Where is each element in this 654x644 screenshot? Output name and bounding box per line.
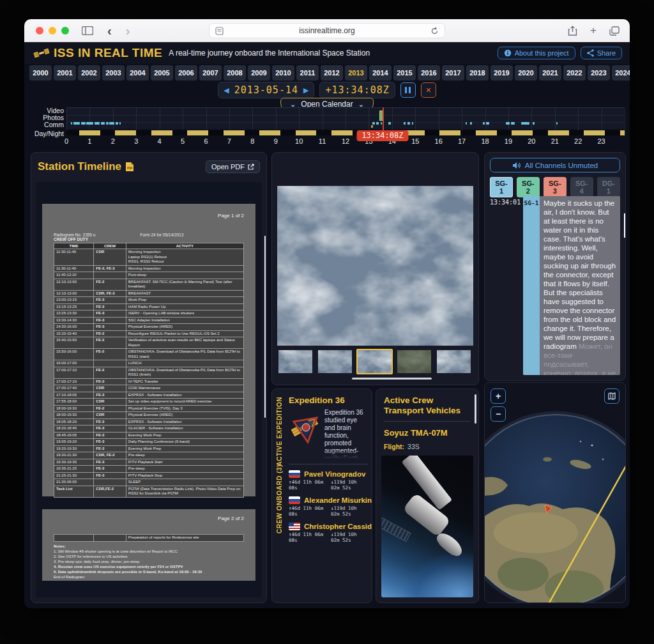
year-tab-2006[interactable]: 2006 bbox=[175, 65, 197, 80]
share-page-icon[interactable] bbox=[568, 26, 577, 36]
comm-mark bbox=[73, 122, 80, 125]
channel-chip-sg-4[interactable]: SG-4 bbox=[570, 177, 593, 197]
current-date: 2013-05-14 bbox=[234, 84, 298, 96]
photo-thumbnail-4[interactable] bbox=[396, 349, 432, 374]
channel-chip-dg-1[interactable]: DG-1 bbox=[597, 177, 620, 197]
year-tab-2008[interactable]: 2008 bbox=[224, 65, 246, 80]
comm-mark bbox=[376, 122, 379, 125]
soyuz-photo[interactable] bbox=[381, 456, 473, 597]
globe-panel[interactable]: + − bbox=[484, 382, 626, 603]
channel-chip-sg-2[interactable]: SG-2 bbox=[517, 177, 540, 197]
back-button[interactable]: ‹ bbox=[107, 24, 112, 37]
transcript-channel-bar: SG-1 bbox=[523, 196, 540, 375]
table-row: 19:20-19:30FE-3Evening Work Prep bbox=[54, 445, 244, 452]
year-tab-2010[interactable]: 2010 bbox=[272, 65, 294, 80]
table-row: 11:30-11:40FE-2, FE-3Morning Inspection bbox=[54, 265, 244, 272]
new-tab-icon[interactable]: + bbox=[590, 24, 597, 37]
year-tab-2001[interactable]: 2001 bbox=[54, 65, 76, 80]
crew-name: Pavel Vinogradov bbox=[304, 470, 365, 478]
table-row: 21:25-21:30FE-3P/TV Playback Stop bbox=[54, 472, 244, 479]
crew-list: Pavel Vinogradov↑46d 11h 06m 08s↓119d 10… bbox=[289, 470, 368, 543]
year-tab-2002[interactable]: 2002 bbox=[78, 65, 100, 80]
close-window-button[interactable] bbox=[36, 27, 43, 34]
year-tab-2021[interactable]: 2021 bbox=[539, 65, 561, 80]
forward-button[interactable]: › bbox=[126, 24, 130, 37]
about-button[interactable]: About this project bbox=[498, 47, 575, 59]
pause-button[interactable] bbox=[400, 82, 416, 98]
year-tab-2024[interactable]: 2024 bbox=[612, 65, 630, 80]
zoom-window-button[interactable] bbox=[61, 27, 69, 34]
mute-all-button[interactable]: All Channels Unmuted bbox=[490, 158, 620, 172]
hour-label-19: 19 bbox=[505, 137, 512, 145]
reader-icon[interactable] bbox=[215, 27, 224, 35]
day-segment bbox=[620, 130, 625, 135]
earth-globe[interactable] bbox=[485, 383, 626, 603]
timeline-track-labels: VideoPhotosCommDay/Night bbox=[32, 107, 64, 137]
open-pdf-button[interactable]: Open PDF bbox=[206, 160, 260, 173]
year-tab-2012[interactable]: 2012 bbox=[321, 65, 343, 80]
vehicles-scrollbar[interactable] bbox=[475, 394, 476, 424]
pdf-viewer[interactable]: Page 1 of 2 Radiogram No. 2355 u Form 24… bbox=[36, 182, 262, 597]
year-tab-2005[interactable]: 2005 bbox=[151, 65, 173, 80]
year-tab-2018[interactable]: 2018 bbox=[466, 65, 489, 80]
photo-thumbnails bbox=[277, 349, 472, 374]
minimize-window-button[interactable] bbox=[49, 27, 56, 34]
year-tab-2023[interactable]: 2023 bbox=[588, 65, 610, 80]
table-row: 13:25-13:30FE-3iSERV - Opening LAB windo… bbox=[54, 310, 244, 318]
crew-member[interactable]: Pavel Vinogradov↑46d 11h 06m 08s↓119d 10… bbox=[289, 470, 368, 491]
globe-zoom-out-button[interactable]: − bbox=[490, 406, 506, 422]
earth-photo[interactable] bbox=[277, 186, 473, 346]
globe-view-toggle-button[interactable] bbox=[604, 388, 620, 404]
site-tagline: A real-time journey onboard the Internat… bbox=[169, 49, 370, 57]
photo-thumbnail-5[interactable] bbox=[436, 349, 472, 374]
column-header-time: TIME bbox=[54, 243, 94, 249]
up-arrow-icon: ↑ bbox=[289, 505, 292, 511]
close-playback-button[interactable]: ✕ bbox=[421, 82, 436, 98]
photo-thumbnail-2[interactable] bbox=[317, 349, 353, 374]
globe-zoom-in-button[interactable]: + bbox=[490, 388, 506, 404]
hour-label-3: 3 bbox=[134, 137, 138, 145]
left-panel-scrollbar[interactable] bbox=[264, 236, 266, 418]
photo-thumbnail-3[interactable] bbox=[356, 349, 393, 374]
transcript-area[interactable]: 13:34:01 SG-1 Maybe it sucks up the air,… bbox=[490, 196, 620, 375]
year-tab-2007[interactable]: 2007 bbox=[199, 65, 222, 80]
tab-overview-icon[interactable] bbox=[609, 26, 620, 36]
channel-chip-sg-1[interactable]: SG-1 bbox=[490, 177, 513, 197]
year-tab-2017[interactable]: 2017 bbox=[442, 65, 464, 80]
flight-value: 33S bbox=[407, 443, 420, 450]
column-header-activity: ACTIVITY bbox=[126, 243, 243, 249]
year-tab-2011[interactable]: 2011 bbox=[296, 65, 319, 80]
comm-mark bbox=[486, 122, 489, 125]
table-row: 19:05-19:20FE-3Daily Planning Conference… bbox=[54, 439, 244, 446]
timeline-track[interactable]: 13:34:08Z 012345678910111213141516171819… bbox=[66, 107, 625, 148]
reload-icon[interactable] bbox=[430, 27, 439, 35]
thumbnail-scrollbar[interactable] bbox=[352, 378, 432, 379]
flag-ru-icon bbox=[289, 496, 300, 504]
year-tab-2000[interactable]: 2000 bbox=[29, 65, 52, 80]
transcript-scrollbar[interactable] bbox=[624, 213, 625, 238]
comm-mark bbox=[109, 122, 114, 125]
year-tab-2004[interactable]: 2004 bbox=[126, 65, 149, 80]
address-bar[interactable]: issinrealtime.org bbox=[209, 23, 445, 38]
column-header-crew: CREW bbox=[94, 243, 126, 249]
year-tab-2014[interactable]: 2014 bbox=[369, 65, 392, 80]
year-tab-2019[interactable]: 2019 bbox=[490, 65, 513, 80]
year-tab-2016[interactable]: 2016 bbox=[418, 65, 440, 80]
year-tab-2013[interactable]: 2013 bbox=[345, 65, 367, 80]
channel-chip-sg-3[interactable]: SG-3 bbox=[544, 177, 567, 197]
photo-thumbnail-1[interactable] bbox=[277, 349, 314, 374]
crew-member[interactable]: Alexander Misurkin↑46d 11h 06m 08s↓119d … bbox=[289, 496, 368, 517]
hour-label-16: 16 bbox=[435, 137, 443, 145]
year-tab-2020[interactable]: 2020 bbox=[515, 65, 537, 80]
year-tab-2022[interactable]: 2022 bbox=[563, 65, 586, 80]
share-button[interactable]: Share bbox=[581, 47, 622, 59]
year-tab-2015[interactable]: 2015 bbox=[393, 65, 416, 80]
end-of-radiogram: End of Radiogram bbox=[54, 574, 244, 579]
prev-day-button[interactable]: ◀ bbox=[224, 86, 229, 95]
note-line: 3. Pre-sleep ops: daily food prep, dinne… bbox=[54, 559, 244, 564]
next-day-button[interactable]: ▶ bbox=[303, 86, 308, 95]
crew-member[interactable]: Christopher Cassidy↑46d 11h 06m 08s↓119d… bbox=[289, 523, 368, 543]
sidebar-toggle-icon[interactable] bbox=[82, 26, 93, 35]
year-tab-2009[interactable]: 2009 bbox=[248, 65, 270, 80]
year-tab-2003[interactable]: 2003 bbox=[102, 65, 125, 80]
